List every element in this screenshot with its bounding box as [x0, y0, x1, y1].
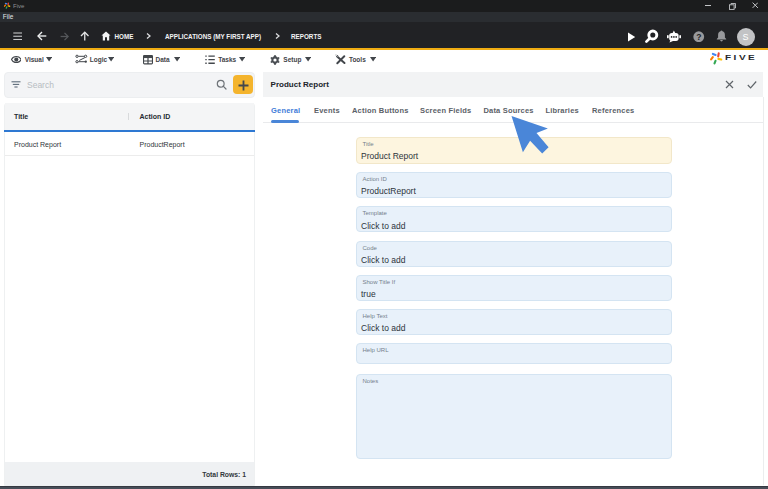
svg-text:?: ?: [696, 31, 701, 41]
